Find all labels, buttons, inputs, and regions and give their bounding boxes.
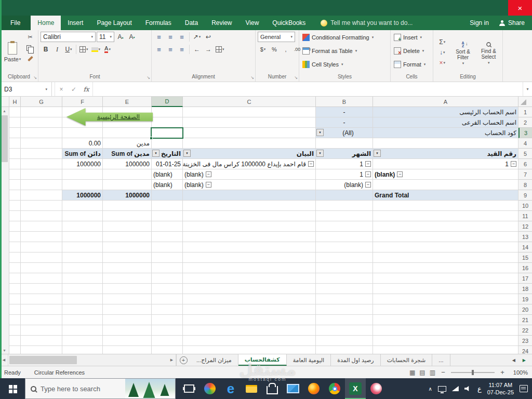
zoom-slider-thumb[interactable]	[472, 370, 474, 375]
cell-E15[interactable]	[103, 252, 152, 263]
cell-G8[interactable]	[21, 180, 62, 190]
sheet-tab-1[interactable]: ميزان المراج...	[190, 354, 238, 366]
new-sheet-button[interactable]: +	[177, 354, 190, 366]
cell-D2[interactable]	[152, 117, 183, 128]
column-header-E[interactable]: E	[103, 97, 152, 107]
cell-G24[interactable]	[21, 346, 62, 354]
cell-D19[interactable]	[152, 294, 183, 304]
cell-B13[interactable]	[316, 232, 373, 242]
column-header-F[interactable]: F	[62, 97, 103, 107]
sign-in-button[interactable]: Sign in	[470, 19, 489, 26]
cell-H16[interactable]	[9, 263, 21, 273]
decrease-indent-button[interactable]: ←	[192, 44, 202, 55]
cell-D16[interactable]	[152, 263, 183, 273]
cell-B22[interactable]	[316, 325, 373, 336]
cell-G22[interactable]	[21, 325, 62, 336]
cell-H3[interactable]	[9, 128, 21, 138]
cell-H24[interactable]	[9, 346, 21, 354]
cell-F13[interactable]	[62, 232, 103, 242]
tab-home[interactable]: Home	[31, 16, 61, 30]
cell-B4[interactable]	[316, 138, 373, 149]
cell-E6[interactable]: 1000000	[103, 159, 152, 169]
cell-A19[interactable]	[373, 294, 518, 304]
row-header-8[interactable]: 8	[518, 180, 532, 190]
row-header-7[interactable]: 7	[518, 169, 532, 180]
cell-B16[interactable]	[316, 263, 373, 273]
tell-me-box[interactable]: Tell me what you want to do...	[321, 16, 413, 30]
row-header-12[interactable]: 12	[518, 221, 532, 232]
cell-A4[interactable]	[373, 138, 518, 149]
cell-C24[interactable]	[183, 346, 316, 354]
font-size-select[interactable]: 11▾	[97, 32, 114, 42]
cell-B23[interactable]	[316, 336, 373, 346]
tabs-scroll-left-icon[interactable]: ◀	[512, 358, 515, 363]
cell-C8[interactable]: (blank)−	[183, 180, 316, 190]
cell-C17[interactable]	[183, 273, 316, 284]
grow-font-button[interactable]: A▴	[115, 32, 126, 42]
row-header-21[interactable]: 21	[518, 315, 532, 325]
sheet-tab-3[interactable]: اليومية العامة	[287, 354, 331, 366]
increase-indent-button[interactable]: →	[203, 44, 214, 55]
close-button[interactable]: ×	[508, 0, 532, 16]
cell-D22[interactable]	[152, 325, 183, 336]
column-header-B[interactable]: B	[316, 97, 373, 107]
pivot-collapse-button[interactable]: −	[397, 171, 403, 177]
row-header-5[interactable]: 5	[518, 149, 532, 159]
cell-C16[interactable]	[183, 263, 316, 273]
row-header-14[interactable]: 14	[518, 242, 532, 252]
cell-B15[interactable]	[316, 252, 373, 263]
cell-B20[interactable]	[316, 304, 373, 315]
number-dialog-launcher[interactable]: ↘	[294, 75, 298, 80]
cell-E9[interactable]: 1000000	[103, 190, 152, 201]
cell-A15[interactable]	[373, 252, 518, 263]
autosum-button[interactable]: Σ▾	[435, 37, 449, 47]
taskbar-icon-excel[interactable]	[345, 378, 366, 399]
cell-D20[interactable]	[152, 304, 183, 315]
tray-expand-chevron[interactable]: ∧	[429, 386, 432, 392]
cell-E20[interactable]	[103, 304, 152, 315]
cell-C4[interactable]	[183, 138, 316, 149]
insert-cells-button[interactable]: Insert▾	[393, 32, 431, 43]
cell-E7[interactable]	[103, 169, 152, 180]
cell-B3[interactable]: ▼(All)	[316, 128, 373, 138]
display-icon[interactable]	[438, 386, 446, 392]
row-header-9[interactable]: 9	[518, 190, 532, 201]
font-color-button[interactable]: A▾	[102, 44, 113, 55]
cell-A22[interactable]	[373, 325, 518, 336]
cell-G13[interactable]	[21, 232, 62, 242]
cell-D6[interactable]: 01-01-25	[152, 159, 183, 169]
row-header-2[interactable]: 2	[518, 117, 532, 128]
cell-G20[interactable]	[21, 304, 62, 315]
cell-C1[interactable]	[183, 107, 316, 117]
name-box-dropdown-icon[interactable]: ▾	[45, 87, 47, 91]
cell-E14[interactable]	[103, 242, 152, 252]
cell-A18[interactable]	[373, 284, 518, 294]
cell-E19[interactable]	[103, 294, 152, 304]
cell-F3[interactable]	[62, 128, 103, 138]
name-box[interactable]: D3 ▾	[0, 82, 52, 96]
cell-C6[interactable]: قام احمد بإيداع 1000000 كراس مال فى الخز…	[183, 159, 316, 169]
column-header-C[interactable]: C	[183, 97, 316, 107]
percent-style-button[interactable]: %	[269, 44, 280, 55]
cell-A17[interactable]	[373, 273, 518, 284]
start-button[interactable]	[0, 378, 25, 399]
cell-D7[interactable]: (blank)	[152, 169, 183, 180]
sheet-tab-6[interactable]: ...	[432, 354, 450, 366]
cell-B24[interactable]	[316, 346, 373, 354]
page-break-view-button[interactable]: ▥	[430, 369, 435, 376]
cell-G7[interactable]	[21, 169, 62, 180]
cell-H20[interactable]	[9, 304, 21, 315]
main-page-arrow-shape[interactable]: الصفحة الرئيسية	[66, 108, 153, 126]
pivot-collapse-button[interactable]: −	[365, 182, 371, 188]
cell-D15[interactable]	[152, 252, 183, 263]
cell-F11[interactable]	[62, 211, 103, 221]
cell-G23[interactable]	[21, 336, 62, 346]
pivot-filter-button[interactable]: ▼	[316, 150, 324, 157]
cell-G6[interactable]	[21, 159, 62, 169]
cell-D13[interactable]	[152, 232, 183, 242]
cell-A24[interactable]	[373, 346, 518, 354]
cell-H14[interactable]	[9, 242, 21, 252]
cell-D10[interactable]	[152, 201, 183, 211]
cell-C9[interactable]	[183, 190, 316, 201]
cell-H15[interactable]	[9, 252, 21, 263]
